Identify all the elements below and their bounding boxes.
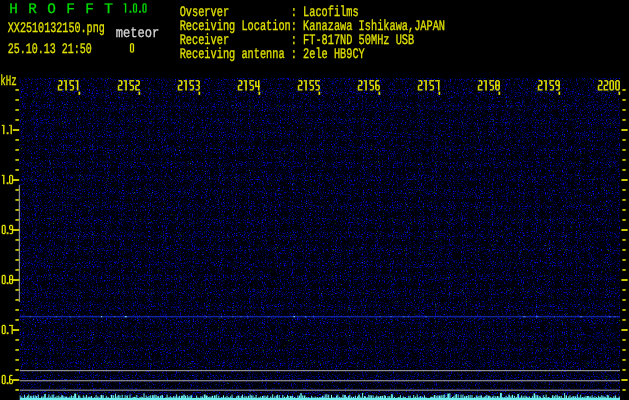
svg-text:kHz: kHz [0,74,17,90]
svg-text:R: R [28,2,37,18]
svg-text:F: F [85,2,94,18]
svg-text:H: H [9,2,18,18]
svg-text:25.10.13 21:50: 25.10.13 21:50 [8,42,92,58]
svg-text:XX2510132150.png: XX2510132150.png [8,21,105,37]
svg-text:O: O [47,2,56,18]
svg-text:F: F [66,2,75,18]
svg-text:T: T [104,2,113,18]
svg-text:meteor: meteor [116,26,160,42]
svg-text:Receiving antenna : 2ele HB9CY: Receiving antenna : 2ele HB9CY [180,47,365,63]
